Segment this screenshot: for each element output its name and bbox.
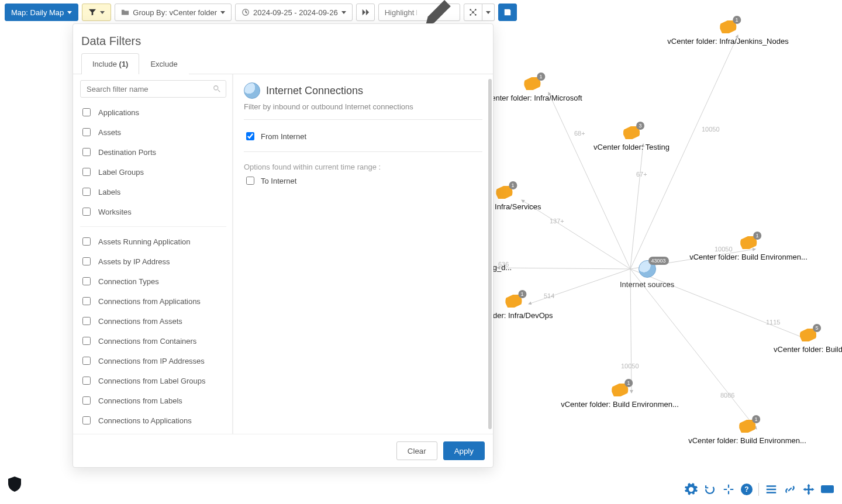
- divider: [80, 226, 226, 227]
- filter-item[interactable]: Connections from Labels: [79, 391, 230, 410]
- map-node[interactable]: 1vCenter folder: Build Environmen...: [561, 384, 679, 409]
- apply-button[interactable]: Apply: [443, 441, 485, 460]
- filter-checkbox[interactable]: [82, 277, 91, 285]
- tab-include[interactable]: Include (1): [81, 53, 139, 74]
- pan-icon[interactable]: [802, 483, 815, 496]
- filter-checkbox[interactable]: [82, 208, 91, 216]
- map-node[interactable]: 1vCenter folder: Infra/Microsoft: [482, 77, 582, 102]
- filter-item[interactable]: Label Groups: [79, 162, 230, 182]
- filter-checkbox[interactable]: [82, 168, 91, 176]
- svg-line-2: [630, 144, 643, 269]
- filter-checkbox[interactable]: [82, 108, 91, 116]
- filter-checkbox[interactable]: [82, 237, 91, 246]
- filter-item[interactable]: Destination Ports: [79, 142, 230, 162]
- list-icon[interactable]: [765, 483, 778, 496]
- filter-checkbox[interactable]: [82, 416, 91, 424]
- filter-item[interactable]: Connections from Applications: [79, 291, 230, 311]
- filter-label: Destination Ports: [98, 148, 156, 157]
- keyboard-icon[interactable]: [821, 483, 834, 496]
- clock-icon: [241, 8, 250, 16]
- filter-checkbox[interactable]: [82, 188, 91, 196]
- save-icon: [503, 8, 512, 16]
- tab-label: Exclude: [150, 60, 177, 68]
- tab-count: (1): [119, 60, 129, 68]
- fit-icon[interactable]: [722, 483, 735, 496]
- tab-exclude[interactable]: Exclude: [139, 53, 188, 74]
- tag-icon: 1: [496, 186, 512, 199]
- map-node[interactable]: 3vCenter folder: Testing: [593, 126, 670, 151]
- filter-checkbox[interactable]: [82, 297, 91, 305]
- filter-item[interactable]: Connections from IP Addresses: [79, 351, 230, 371]
- groupby-selector[interactable]: Group By: vCenter folder: [115, 4, 232, 21]
- filter-item[interactable]: Connections from Containers: [79, 331, 230, 351]
- date-range-selector[interactable]: 2024-09-25 - 2024-09-26: [235, 4, 353, 21]
- node-badge: 1: [624, 379, 633, 387]
- map-node[interactable]: 1vCenter folder: Infra/Jenkins_Nodes: [667, 20, 788, 46]
- filter-item[interactable]: Connections to Applications: [79, 410, 230, 430]
- node-internet-sources[interactable]: 43003 Internet sources: [620, 260, 674, 289]
- highlight-search[interactable]: [378, 4, 460, 21]
- svg-point-16: [214, 86, 218, 90]
- skip-forward-button[interactable]: [356, 4, 375, 21]
- node-label: vCenter folder: Testing: [593, 143, 670, 151]
- groupby-label: Group By: vCenter folder: [133, 8, 217, 17]
- filter-item[interactable]: Labels: [79, 182, 230, 202]
- map-node[interactable]: 1vCenter folder: Build Environmen...: [689, 236, 808, 261]
- filter-checkbox[interactable]: [82, 337, 91, 345]
- link-icon[interactable]: [784, 483, 796, 496]
- map-selector[interactable]: Map: Daily Map: [5, 4, 78, 21]
- node-badge: 5: [813, 324, 821, 332]
- layout-button[interactable]: [464, 4, 482, 21]
- save-button[interactable]: [498, 4, 517, 21]
- filter-list[interactable]: ApplicationsAssetsDestination PortsLabel…: [73, 74, 233, 434]
- layout-dropdown[interactable]: [482, 4, 495, 21]
- filter-item[interactable]: Connection Types: [79, 271, 230, 291]
- shield-icon[interactable]: [8, 477, 21, 493]
- help-icon[interactable]: ?: [741, 484, 753, 495]
- map-node[interactable]: 1vCenter folder: Build Environmen...: [688, 420, 806, 445]
- filter-item[interactable]: Connections to Assets: [79, 430, 230, 434]
- tag-icon: 3: [623, 126, 640, 139]
- filter-checkbox[interactable]: [82, 396, 91, 405]
- filter-label: Connections from Assets: [98, 317, 182, 326]
- node-label: vCenter folder: Build: [774, 345, 842, 354]
- tag-icon: 5: [800, 329, 816, 341]
- filter-checkbox[interactable]: [82, 148, 91, 156]
- filter-item[interactable]: Connections from Label Groups: [79, 371, 230, 391]
- filter-checkbox[interactable]: [82, 377, 91, 385]
- filter-label: Connections from IP Addresses: [98, 357, 205, 365]
- filter-checkbox[interactable]: [82, 257, 91, 265]
- highlight-input[interactable]: [384, 8, 418, 18]
- detail-title: Internet Connections: [266, 85, 363, 97]
- node-badge: 1: [537, 73, 545, 81]
- filter-search[interactable]: [80, 80, 226, 98]
- filter-button[interactable]: [82, 4, 111, 21]
- node-label: vCenter folder: Infra/Microsoft: [482, 94, 582, 102]
- filter-checkbox[interactable]: [82, 357, 91, 365]
- layout-button-group: [464, 4, 495, 21]
- node-label: Internet sources: [620, 280, 674, 289]
- filter-item[interactable]: Assets Running Application: [79, 232, 230, 251]
- filter-checkbox[interactable]: [82, 128, 91, 136]
- filter-label: Assets Running Application: [98, 237, 191, 246]
- filter-search-input[interactable]: [85, 84, 213, 94]
- from-internet-option[interactable]: From Internet: [244, 130, 482, 142]
- map-node[interactable]: 5vCenter folder: Build: [774, 329, 842, 354]
- to-internet-option[interactable]: To Internet: [244, 175, 482, 187]
- filter-item[interactable]: Worksites: [79, 202, 230, 222]
- panel-title: Data Filters: [81, 34, 482, 48]
- refresh-icon[interactable]: [703, 483, 716, 496]
- filter-detail: Internet Connections Filter by inbound o…: [233, 74, 493, 434]
- filter-item[interactable]: Assets: [79, 122, 230, 142]
- settings-icon[interactable]: [685, 483, 698, 496]
- to-internet-checkbox[interactable]: [246, 177, 254, 185]
- chevron-down-icon: [67, 11, 72, 14]
- from-internet-label: From Internet: [261, 132, 306, 141]
- filter-checkbox[interactable]: [82, 317, 91, 325]
- filter-item[interactable]: Assets by IP Address: [79, 251, 230, 271]
- scrollbar[interactable]: [488, 79, 492, 429]
- filter-item[interactable]: Applications: [79, 102, 230, 122]
- clear-button[interactable]: Clear: [396, 441, 437, 460]
- from-internet-checkbox[interactable]: [246, 132, 254, 140]
- filter-item[interactable]: Connections from Assets: [79, 311, 230, 331]
